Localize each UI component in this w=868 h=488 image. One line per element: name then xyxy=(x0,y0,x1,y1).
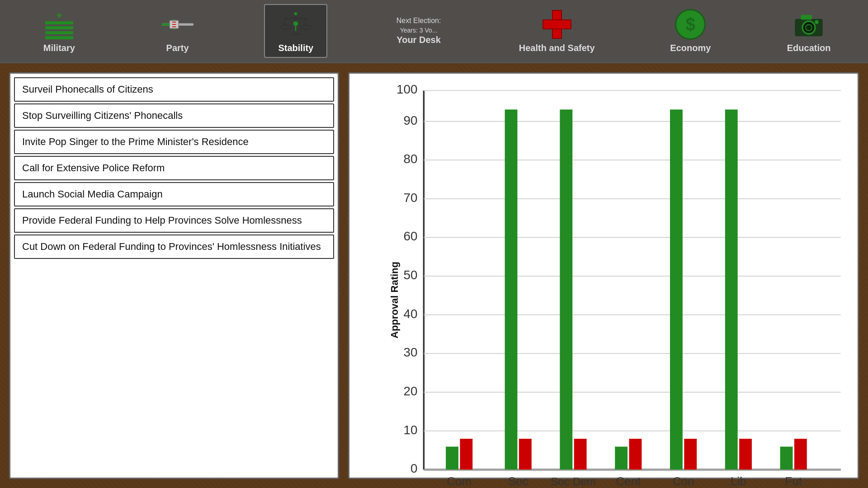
svg-text:Soc Dem: Soc Dem xyxy=(551,475,596,488)
svg-text:Lib: Lib xyxy=(731,474,746,488)
nav-economy[interactable]: $ Economy xyxy=(659,5,722,57)
action-surveil[interactable]: Surveil Phonecalls of Citizens xyxy=(14,77,334,102)
svg-rect-3 xyxy=(45,31,73,34)
svg-point-22 xyxy=(293,21,298,26)
bar-cent-red xyxy=(629,439,642,469)
action-federal-funding[interactable]: Provide Federal Funding to Help Province… xyxy=(14,208,334,233)
svg-point-28 xyxy=(815,20,819,24)
bar-fut-red xyxy=(794,439,807,469)
bar-con-red xyxy=(684,439,697,469)
nav-health[interactable]: Health and Safety xyxy=(510,5,604,57)
bar-chart: 0 10 20 30 40 50 60 70 80 90 xyxy=(377,83,849,488)
main-content: Surveil Phonecalls of Citizens Stop Surv… xyxy=(0,63,868,488)
economy-icon: $ xyxy=(675,9,706,40)
y-axis-label: Approval Rating xyxy=(389,262,401,338)
bar-lib-green xyxy=(725,109,738,469)
action-invite-singer[interactable]: Invite Pop Singer to the Prime Minister'… xyxy=(14,130,334,154)
health-icon xyxy=(541,9,573,40)
next-election-label: Next Election: xyxy=(396,17,441,25)
action-social-media[interactable]: Launch Social Media Campaign xyxy=(14,182,334,206)
action-police-reform[interactable]: Call for Extensive Police Reform xyxy=(14,156,334,180)
svg-text:Cent: Cent xyxy=(616,474,641,488)
education-icon xyxy=(793,9,825,40)
bar-com-red xyxy=(460,439,472,469)
svg-rect-4 xyxy=(45,36,73,39)
bar-socdem-green xyxy=(560,109,572,469)
stability-icon xyxy=(280,9,311,40)
party-icon xyxy=(162,9,193,40)
chart-area: Approval Rating 0 10 20 30 40 50 xyxy=(377,83,849,488)
svg-text:70: 70 xyxy=(404,191,418,205)
svg-text:Con: Con xyxy=(673,474,694,488)
chart-panel: Approval Rating 0 10 20 30 40 50 xyxy=(348,72,859,479)
bar-cent-green xyxy=(615,446,627,469)
svg-text:Soc: Soc xyxy=(508,474,528,488)
nav-education[interactable]: Education xyxy=(777,5,840,57)
bar-socdem-red xyxy=(574,439,587,469)
navigation-bar: ★ Military xyxy=(0,0,868,63)
actions-panel: Surveil Phonecalls of Citizens Stop Surv… xyxy=(9,72,339,479)
svg-text:90: 90 xyxy=(404,113,418,127)
svg-point-26 xyxy=(806,24,812,31)
svg-text:0: 0 xyxy=(410,461,417,475)
svg-rect-27 xyxy=(801,15,812,20)
action-stop-surveil[interactable]: Stop Surveilling Citizens' Phonecalls xyxy=(14,103,334,128)
svg-text:80: 80 xyxy=(404,152,418,166)
nav-education-label: Education xyxy=(787,43,831,53)
nav-stability[interactable]: Stability xyxy=(264,4,327,58)
nav-your-desk[interactable]: Next Election: Years: 3 Vo... Your Desk xyxy=(382,13,455,49)
nav-stability-label: Stability xyxy=(278,43,313,53)
action-cut-funding[interactable]: Cut Down on Federal Funding to Provinces… xyxy=(14,235,334,259)
nav-health-label: Health and Safety xyxy=(519,43,595,53)
svg-text:10: 10 xyxy=(404,422,418,436)
bar-fut-green xyxy=(780,446,793,469)
svg-text:40: 40 xyxy=(404,307,418,321)
bar-com-green xyxy=(446,446,458,469)
bar-con-green xyxy=(670,109,683,469)
svg-text:100: 100 xyxy=(396,83,417,96)
nav-economy-label: Economy xyxy=(670,43,711,53)
svg-rect-2 xyxy=(45,26,73,29)
svg-rect-1 xyxy=(45,21,73,24)
years-label: Years: 3 Vo... xyxy=(400,27,438,34)
svg-text:20: 20 xyxy=(404,384,418,398)
military-icon: ★ xyxy=(43,9,75,40)
svg-text:★: ★ xyxy=(56,11,63,20)
svg-text:Fut: Fut xyxy=(785,474,802,488)
bar-lib-red xyxy=(739,439,752,469)
svg-text:Com: Com xyxy=(447,474,472,488)
svg-text:50: 50 xyxy=(404,268,418,282)
nav-party[interactable]: Party xyxy=(146,5,209,57)
nav-your-desk-label: Your Desk xyxy=(396,35,440,45)
bar-soc-red xyxy=(519,439,532,469)
svg-text:30: 30 xyxy=(404,345,418,359)
bar-soc-green xyxy=(505,109,518,469)
svg-point-21 xyxy=(294,12,297,15)
nav-military-label: Military xyxy=(43,43,75,53)
nav-party-label: Party xyxy=(166,43,189,53)
svg-text:60: 60 xyxy=(404,229,418,243)
nav-military[interactable]: ★ Military xyxy=(28,5,91,57)
